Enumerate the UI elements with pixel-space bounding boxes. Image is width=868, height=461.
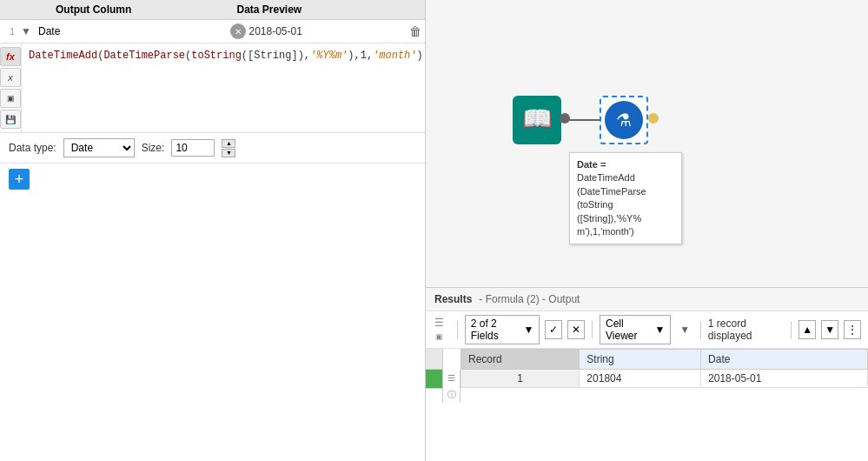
connector-line <box>561 119 605 121</box>
add-field-button[interactable]: + <box>9 169 30 190</box>
book-icon: 📖 <box>513 96 561 144</box>
data-table-area: ☰ ⓘ Record String Date 1 <box>426 349 868 403</box>
cell-viewer-chevron-icon: ▼ <box>654 324 665 336</box>
formula-tooltip: Date = DateTimeAdd (DateTimeParse (toStr… <box>569 152 682 244</box>
record-count: 1 record displayed <box>708 317 785 342</box>
formula-flask-icon: ⚗ <box>611 107 637 133</box>
canvas-area: 📖 ⚗ Date = DateTimeAdd (DateTimeParse (t… <box>426 0 868 287</box>
formula-save-button[interactable]: 💾 <box>0 110 21 129</box>
side-info-icon[interactable]: ⓘ <box>446 389 458 401</box>
delete-icon[interactable]: 🗑 <box>409 24 421 38</box>
formula-node-inner: ⚗ <box>605 101 643 139</box>
side-controls: ☰ ⓘ <box>443 370 461 403</box>
side-list-icon[interactable]: ☰ <box>446 371 458 384</box>
row-number: 1 <box>3 26 21 37</box>
field-row-1: 1 ▼ Date ✕ 2018-05-01 🗑 <box>0 20 425 43</box>
tooltip-line1: Date = <box>577 158 674 171</box>
field-name: Date <box>35 25 230 37</box>
results-header: Results - Formula (2) - Output <box>426 288 868 311</box>
nav-up-button[interactable]: ▲ <box>798 320 816 339</box>
table-scroll: Record String Date 1 201804 2018-05-01 <box>461 349 868 403</box>
tooltip-line6: m'),1,'month') <box>577 225 674 238</box>
datatype-select[interactable]: Date DateTime String Integer <box>63 138 135 157</box>
clear-button[interactable]: ✕ <box>230 23 246 39</box>
toolbar-row-icon[interactable]: ▣ <box>433 331 445 343</box>
filter-icon[interactable]: ▼ <box>676 320 693 339</box>
sep4 <box>791 321 792 338</box>
size-input[interactable] <box>171 139 215 157</box>
results-toolbar: ☰ ▣ 2 of 2 Fields ▼ ✓ ✕ Cell Viewer ▼ ▼ … <box>426 311 868 349</box>
col-header-string: String <box>580 350 701 370</box>
nav-down-button[interactable]: ▼ <box>821 320 838 339</box>
x-button[interactable]: ✕ <box>567 320 585 339</box>
spinner-down[interactable]: ▼ <box>222 149 235 157</box>
preview-value: 2018-05-01 <box>249 25 302 37</box>
spinner-up[interactable]: ▲ <box>222 139 235 148</box>
formula-node-border: ⚗ <box>600 96 648 144</box>
svg-text:📖: 📖 <box>522 104 553 133</box>
table-header: Output Column Data Preview <box>0 0 425 20</box>
sep1 <box>457 321 458 338</box>
data-preview-header: Data Preview <box>237 3 419 16</box>
formula-fn-datetimeadd: DateTimeAdd <box>29 50 97 62</box>
formula-fn-tostring: toString <box>191 50 242 62</box>
tooltip-line3: (DateTimeParse <box>577 185 674 198</box>
datatype-label: Data type: <box>9 142 56 154</box>
col-header-record: Record <box>461 350 580 370</box>
formula-string-format: '%Y%m' <box>310 50 348 62</box>
row-gutter <box>426 349 443 403</box>
formula-placeholder-button[interactable]: ▣ <box>0 89 21 108</box>
results-subtitle: - Formula (2) - Output <box>479 293 580 305</box>
formula-string-month: 'month' <box>373 50 416 62</box>
svg-text:⚗: ⚗ <box>616 110 632 130</box>
gutter-header <box>426 349 442 370</box>
results-panel: Results - Formula (2) - Output ☰ ▣ 2 of … <box>426 287 868 461</box>
fields-chevron-icon: ▼ <box>524 324 534 336</box>
tooltip-line2: DateTimeAdd <box>577 171 674 184</box>
connector-start-dot <box>560 113 570 124</box>
book-node[interactable]: 📖 <box>513 96 561 144</box>
formula-node[interactable]: ⚗ <box>600 96 648 144</box>
tooltip-line5: ([String]),'%Y% <box>577 212 674 225</box>
formula-editor[interactable]: DateTimeAdd(DateTimeParse(toString([Stri… <box>22 43 430 132</box>
tooltip-line4: (toString <box>577 198 674 211</box>
formula-bar: fx x ▣ 💾 DateTimeAdd(DateTimeParse(toStr… <box>0 43 425 133</box>
fields-label: 2 of 2 Fields <box>471 317 520 342</box>
toolbar-list-icon[interactable]: ☰ <box>433 317 445 329</box>
results-table: Record String Date 1 201804 2018-05-01 <box>461 349 868 388</box>
cell-viewer-label: Cell Viewer <box>606 317 651 342</box>
size-label: Size: <box>142 142 165 154</box>
nav-more-button[interactable]: ⋮ <box>844 320 861 339</box>
sep2 <box>592 321 593 338</box>
preview-section: ✕ 2018-05-01 🗑 <box>230 23 422 39</box>
add-row: + <box>0 164 425 195</box>
right-panel: 📖 ⚗ Date = DateTimeAdd (DateTimeParse (t… <box>426 0 868 461</box>
formula-x-button[interactable]: x <box>0 68 21 87</box>
gutter-row-1 <box>426 370 442 389</box>
table-row: 1 201804 2018-05-01 <box>461 370 868 388</box>
left-panel: Output Column Data Preview 1 ▼ Date ✕ 20… <box>0 0 426 461</box>
cell-record: 1 <box>461 370 580 388</box>
row-chevron-icon[interactable]: ▼ <box>21 25 35 37</box>
formula-icons-panel: fx x ▣ 💾 <box>0 43 22 132</box>
output-column-header: Output Column <box>56 3 237 16</box>
fields-selector-button[interactable]: 2 of 2 Fields ▼ <box>465 315 540 344</box>
sep3 <box>700 321 701 338</box>
results-title: Results <box>434 293 472 305</box>
formula-fx-button[interactable]: fx <box>0 47 21 66</box>
formula-fn-datetimeparse: DateTimeParse <box>103 50 185 62</box>
cell-string: 201804 <box>580 370 701 388</box>
cell-viewer-button[interactable]: Cell Viewer ▼ <box>600 315 671 344</box>
cell-date: 2018-05-01 <box>701 370 868 388</box>
output-connector-dot <box>648 113 659 124</box>
check-button[interactable]: ✓ <box>545 320 562 339</box>
col-header-date: Date <box>701 350 868 370</box>
datatype-row: Data type: Date DateTime String Integer … <box>0 133 425 164</box>
size-spinner: ▲ ▼ <box>222 139 235 157</box>
